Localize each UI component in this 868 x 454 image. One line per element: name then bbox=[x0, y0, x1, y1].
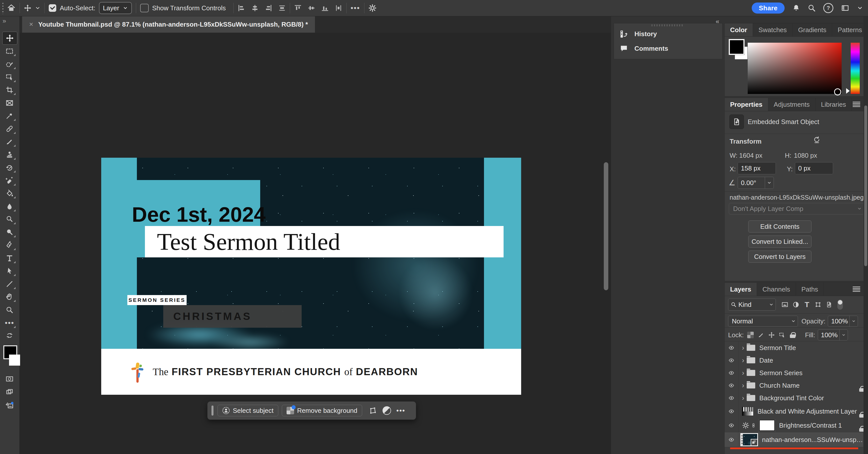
chevron-down-icon[interactable] bbox=[857, 5, 863, 11]
visibility-eye-icon[interactable] bbox=[724, 404, 738, 418]
layer-row-church-name[interactable]: › Church Name bbox=[724, 379, 863, 392]
blend-mode-select[interactable]: Normal bbox=[728, 316, 798, 327]
transform-warp-icon[interactable] bbox=[366, 407, 380, 414]
zoom-tool[interactable] bbox=[2, 303, 17, 316]
filter-pixel-layers-icon[interactable] bbox=[779, 301, 790, 308]
lock-position-icon[interactable] bbox=[766, 332, 777, 338]
layer-row-black-white-adjustment[interactable]: Black and White Adjustment Layer bbox=[724, 404, 863, 419]
tool-preset-chevron-icon[interactable] bbox=[35, 5, 40, 11]
hand-tool[interactable] bbox=[2, 291, 17, 303]
saturation-brightness-field[interactable] bbox=[748, 43, 842, 94]
smart-object-layer-thumbnail[interactable] bbox=[740, 433, 758, 446]
burn-tool[interactable] bbox=[2, 226, 17, 238]
quick-mask-button[interactable] bbox=[2, 372, 17, 385]
tab-color[interactable]: Color bbox=[724, 23, 753, 36]
tab-adjustments[interactable]: Adjustments bbox=[768, 98, 815, 111]
layer-row-brightness-contrast[interactable]: Brightness/Contrast 1 bbox=[724, 418, 863, 433]
visibility-eye-icon[interactable] bbox=[724, 432, 738, 447]
layer-row-sermon-title[interactable]: › Sermon Title bbox=[724, 342, 863, 354]
edit-toolbar-icon[interactable]: ••• bbox=[2, 317, 17, 329]
fill-combo[interactable]: 100% bbox=[818, 329, 848, 340]
home-screen-shortcut-icon[interactable] bbox=[2, 399, 17, 411]
visibility-eye-icon[interactable] bbox=[724, 354, 738, 367]
panel-menu-icon[interactable] bbox=[853, 102, 860, 107]
hue-slider-handle[interactable] bbox=[846, 88, 852, 94]
tab-libraries[interactable]: Libraries bbox=[815, 98, 852, 111]
notifications-bell-icon[interactable] bbox=[792, 4, 800, 12]
clone-stamp-tool[interactable] bbox=[2, 149, 17, 161]
toolbar-expand-icon[interactable]: » bbox=[2, 17, 5, 25]
align-right-edges-icon[interactable] bbox=[265, 4, 272, 12]
lock-pixels-icon[interactable] bbox=[756, 332, 766, 338]
y-input[interactable]: 0 px bbox=[795, 162, 833, 174]
filter-type-layers-icon[interactable]: T bbox=[801, 300, 812, 309]
layer-row-date[interactable]: › Date bbox=[724, 354, 863, 367]
expand-group-chevron-icon[interactable]: › bbox=[742, 344, 744, 352]
filter-toggle[interactable] bbox=[835, 299, 846, 310]
line-tool[interactable] bbox=[2, 278, 17, 290]
reset-transform-icon[interactable] bbox=[813, 136, 820, 143]
visibility-eye-icon[interactable] bbox=[724, 379, 738, 392]
align-horizontal-centers-icon[interactable] bbox=[251, 4, 259, 12]
filter-smart-objects-icon[interactable] bbox=[824, 301, 835, 308]
align-vertical-centers-icon[interactable] bbox=[308, 4, 315, 12]
workspace-switcher-icon[interactable] bbox=[841, 4, 849, 12]
close-tab-icon[interactable]: × bbox=[29, 20, 33, 28]
foreground-color-swatch[interactable] bbox=[729, 39, 744, 55]
move-tool[interactable] bbox=[2, 32, 17, 45]
more-options-icon[interactable]: ••• bbox=[351, 4, 360, 12]
comments-panel-button[interactable]: Comments bbox=[614, 41, 728, 56]
layer-row-nathan-anderson[interactable]: nathan-anderson...SSuWw-unsplash bbox=[724, 432, 863, 447]
history-brush-tool[interactable] bbox=[2, 161, 17, 174]
tab-layers[interactable]: Layers bbox=[724, 283, 757, 296]
lock-artboard-icon[interactable] bbox=[777, 332, 787, 338]
auto-select-target-dropdown[interactable]: Layer bbox=[99, 2, 132, 14]
canvas-artboard[interactable]: Dec 1st, 2024 Test Sermon Titled SERMON … bbox=[101, 158, 521, 395]
share-button[interactable]: Share bbox=[752, 2, 785, 13]
brush-tool[interactable] bbox=[2, 135, 17, 148]
move-tool-icon[interactable] bbox=[24, 4, 31, 12]
layer-row-background-tint[interactable]: › Background Tint Color bbox=[724, 392, 863, 404]
select-subject-button[interactable]: Select subject bbox=[217, 405, 278, 416]
lock-all-icon[interactable] bbox=[787, 332, 798, 338]
convert-to-layers-button[interactable]: Convert to Layers bbox=[748, 251, 811, 263]
show-transform-checkbox[interactable] bbox=[140, 4, 149, 12]
filter-shape-layers-icon[interactable] bbox=[812, 301, 824, 308]
panel-menu-icon[interactable] bbox=[853, 287, 860, 292]
align-top-edges-icon[interactable] bbox=[294, 4, 302, 12]
layer-row-sermon-series[interactable]: › Sermon Series bbox=[724, 367, 863, 380]
workspace-settings-gear-icon[interactable] bbox=[368, 4, 376, 12]
options-bar-grip[interactable] bbox=[1, 2, 4, 14]
tab-patterns[interactable]: Patterns bbox=[832, 23, 868, 36]
object-selection-tool[interactable] bbox=[2, 71, 17, 84]
swap-colors-icon[interactable] bbox=[2, 330, 17, 340]
paint-bucket-tool[interactable] bbox=[2, 187, 17, 200]
dodge-tool[interactable] bbox=[2, 213, 17, 226]
document-tab[interactable]: × Youtube Thumbnail.psd @ 87.1% (nathan-… bbox=[22, 16, 315, 33]
x-input[interactable]: 158 px bbox=[738, 162, 776, 174]
tab-properties[interactable]: Properties bbox=[724, 98, 768, 111]
panel-drag-dots[interactable] bbox=[651, 24, 684, 26]
adjustments-icon[interactable] bbox=[380, 406, 394, 415]
color-field-selector[interactable] bbox=[834, 88, 841, 95]
lock-transparency-icon[interactable] bbox=[745, 332, 756, 338]
taskbar-more-icon[interactable]: ••• bbox=[394, 407, 408, 415]
align-left-edges-icon[interactable] bbox=[238, 4, 245, 12]
history-panel-button[interactable]: History bbox=[614, 27, 728, 41]
blur-tool[interactable] bbox=[2, 200, 17, 213]
home-button[interactable] bbox=[7, 4, 16, 12]
angle-combo[interactable]: 0.00° bbox=[738, 177, 774, 189]
remove-background-button[interactable]: Remove background bbox=[282, 405, 362, 416]
crop-tool[interactable] bbox=[2, 84, 17, 96]
visibility-eye-icon[interactable] bbox=[724, 367, 738, 379]
eyedropper-tool[interactable] bbox=[2, 109, 17, 122]
help-icon[interactable]: ? bbox=[823, 3, 833, 13]
selection-brush-tool[interactable] bbox=[2, 58, 17, 70]
expand-group-chevron-icon[interactable]: › bbox=[742, 369, 744, 377]
convert-to-linked-button[interactable]: Convert to Linked... bbox=[748, 235, 811, 248]
hue-slider[interactable] bbox=[851, 43, 860, 94]
filter-kind-combo[interactable]: Kind bbox=[728, 298, 776, 311]
search-icon[interactable] bbox=[808, 4, 816, 12]
visibility-eye-icon[interactable] bbox=[724, 342, 738, 354]
screen-mode-button[interactable] bbox=[2, 386, 17, 398]
